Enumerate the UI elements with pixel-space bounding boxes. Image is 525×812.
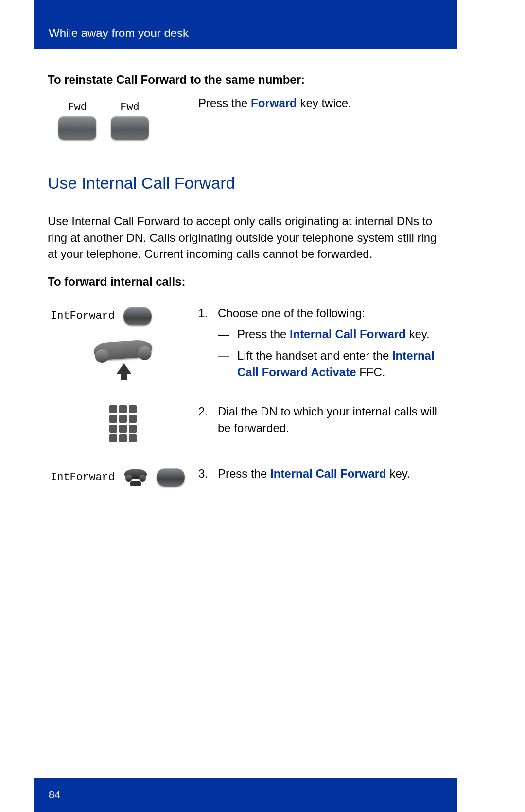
step-1-row: IntForward Choose one of the following: … — [48, 305, 446, 380]
header-title: While away from your desk — [49, 26, 189, 40]
text: Lift the handset and enter the — [237, 349, 392, 362]
handset-down-icon — [123, 468, 148, 487]
step-3: Press the Internal Call Forward key. — [198, 466, 446, 482]
section-title: Use Internal Call Forward — [48, 174, 446, 198]
step-3-row: IntForward Press the Internal Call Forwa… — [48, 466, 446, 487]
page-number: 84 — [49, 789, 60, 801]
footer-bar: 84 — [34, 778, 457, 812]
intforward-key-line-3: IntForward — [48, 468, 198, 487]
icf-key-name: Internal Call Forward — [290, 327, 406, 341]
fwd-label-2: Fwd — [111, 101, 149, 113]
phone-key-icon — [58, 116, 96, 140]
text: FFC. — [356, 365, 385, 379]
step1-option-b: — Lift the handset and enter the Interna… — [218, 347, 446, 380]
intforward-label-3: IntForward — [51, 471, 115, 484]
step1-option-a: — Press the Internal Call Forward key. — [218, 326, 446, 343]
keypad-icon — [109, 405, 137, 442]
step2-text: Dial the DN to which your internal calls… — [218, 405, 437, 434]
reinstate-keys: Fwd Fwd — [48, 95, 198, 140]
header-bar: While away from your desk — [34, 0, 457, 49]
section-body: Use Internal Call Forward to accept only… — [48, 213, 446, 262]
fwd-label-1: Fwd — [58, 101, 96, 113]
text: key. — [406, 327, 430, 341]
phone-key-icon — [157, 468, 185, 487]
reinstate-heading: To reinstate Call Forward to the same nu… — [48, 73, 446, 87]
step-2-row: Dial the DN to which your internal calls… — [48, 403, 446, 442]
step-1: Choose one of the following: — Press the… — [198, 305, 446, 380]
fwd-key-2: Fwd — [111, 101, 149, 140]
phone-key-icon — [123, 307, 152, 325]
forward-heading: To forward internal calls: — [48, 275, 446, 289]
icf-key-name-3: Internal Call Forward — [270, 467, 386, 480]
reinstate-instruction: Press the Forward key twice. — [198, 95, 446, 111]
fwd-key-1: Fwd — [58, 101, 96, 140]
text: Press the — [218, 467, 270, 480]
phone-key-icon — [111, 116, 149, 140]
intforward-label: IntForward — [51, 310, 115, 322]
step-2: Dial the DN to which your internal calls… — [198, 403, 446, 436]
page-content: To reinstate Call Forward to the same nu… — [48, 63, 446, 510]
intforward-key: IntForward — [48, 307, 198, 325]
forward-key-name: Forward — [251, 96, 297, 109]
lift-handset-icon — [89, 337, 157, 376]
text: key twice. — [297, 96, 351, 109]
text: Press the — [198, 96, 251, 109]
step1-lead: Choose one of the following: — [218, 307, 365, 320]
text: Press the — [237, 327, 290, 341]
text: key. — [386, 467, 410, 480]
reinstate-row: Fwd Fwd Press the Forward key twice. — [48, 95, 446, 140]
